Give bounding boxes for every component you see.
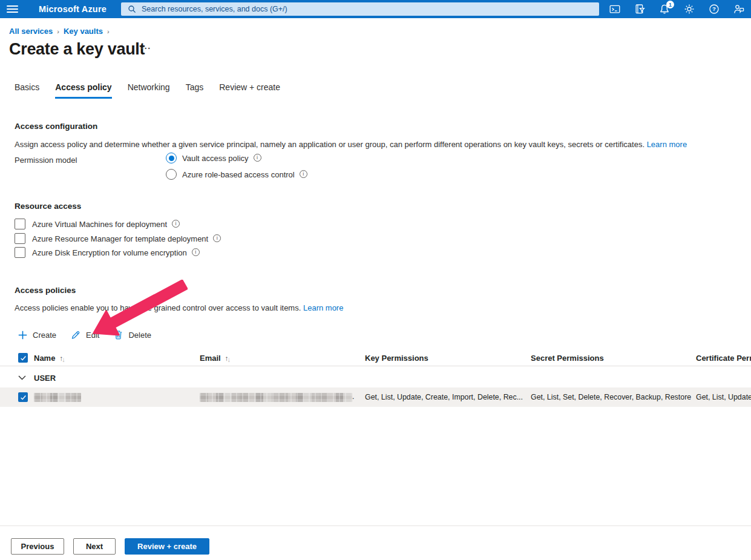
select-all-checkbox[interactable] (18, 353, 28, 363)
access-policies-toolbar: Create Edit Delete (18, 330, 151, 340)
cell-secret-permissions: Get, List, Set, Delete, Recover, Backup,… (531, 393, 696, 401)
redacted-email-blur (200, 393, 352, 402)
help-glyph: ? (712, 5, 716, 12)
column-header-email[interactable]: Email↑↓ (200, 354, 365, 363)
edit-button[interactable]: Edit (71, 330, 99, 340)
checkmark-icon (20, 355, 27, 361)
trash-icon (114, 330, 123, 340)
table-header-row: Name↑↓ Email↑↓ Key Permissions Secret Pe… (0, 350, 751, 366)
learn-more-link[interactable]: Learn more (303, 303, 343, 312)
breadcrumb-separator: › (57, 28, 59, 35)
footer-buttons: Previous Next Review + create (11, 538, 209, 555)
tab-basics[interactable]: Basics (15, 82, 39, 99)
sort-icons: ↑↓ (59, 355, 64, 362)
previous-button[interactable]: Previous (11, 538, 64, 555)
review-create-button[interactable]: Review + create (125, 538, 209, 555)
search-icon (128, 5, 136, 13)
breadcrumb-all-services[interactable]: All services (9, 27, 53, 36)
azure-top-bar: Microsoft Azure Search resources, servic… (0, 0, 751, 18)
breadcrumb-separator: › (107, 28, 110, 35)
checkbox-unchecked-icon[interactable] (15, 233, 25, 244)
row-checkbox[interactable] (18, 392, 28, 402)
search-placeholder: Search resources, services, and docs (G+… (142, 5, 287, 13)
cell-key-permissions: Get, List, Update, Create, Import, Delet… (365, 393, 531, 401)
access-configuration-description: Assign access policy and determine wheth… (15, 140, 687, 149)
learn-more-link[interactable]: Learn more (647, 140, 687, 149)
info-icon[interactable]: i (172, 220, 180, 228)
info-icon[interactable]: i (213, 234, 221, 242)
create-button[interactable]: Create (18, 331, 56, 340)
directory-filter-icon[interactable] (634, 4, 645, 15)
checkbox-arm-template[interactable]: Azure Resource Manager for template depl… (15, 233, 221, 244)
info-icon[interactable]: i (192, 248, 200, 256)
tab-review-create[interactable]: Review + create (219, 82, 280, 99)
permission-model-label: Permission model (15, 156, 77, 165)
page-title: Create a key vault (9, 40, 145, 59)
radio-azure-rbac[interactable]: Azure role-based access control i (166, 168, 307, 181)
info-icon[interactable]: i (300, 170, 307, 178)
topbar-icon-group: 1 ? (609, 0, 744, 18)
notification-count-badge: 1 (666, 1, 674, 8)
column-header-secret-permissions[interactable]: Secret Permissions (531, 354, 696, 363)
cell-certificate-permissions: Get, List, Update (696, 393, 751, 401)
breadcrumb: All services › Key vaults › (9, 27, 110, 36)
sort-icons: ↑↓ (225, 355, 230, 362)
access-policies-description: Access policies enable you to have fine … (15, 303, 343, 312)
chevron-down-icon[interactable] (18, 375, 26, 380)
help-icon[interactable]: ? (709, 4, 720, 15)
tab-access-policy[interactable]: Access policy (55, 82, 111, 99)
checkmark-icon (20, 394, 27, 401)
group-row-user[interactable]: USER (0, 370, 751, 386)
info-icon[interactable]: i (254, 154, 261, 162)
create-key-vault-page: Microsoft Azure Search resources, servic… (0, 0, 751, 560)
tab-tags[interactable]: Tags (186, 82, 204, 99)
access-configuration-heading: Access configuration (15, 122, 97, 131)
settings-gear-icon[interactable] (684, 4, 695, 15)
next-button[interactable]: Next (73, 538, 116, 555)
redacted-name-blur (34, 393, 81, 402)
feedback-person-icon[interactable] (733, 4, 744, 15)
notifications-bell-icon[interactable]: 1 (659, 4, 670, 15)
cell-email-redacted: . (200, 392, 365, 401)
breadcrumb-key-vaults[interactable]: Key vaults (64, 27, 103, 36)
wizard-tabs: Basics Access policy Networking Tags Rev… (15, 82, 280, 99)
radio-selected-icon[interactable] (166, 153, 177, 163)
access-policies-heading: Access policies (15, 286, 76, 295)
table-row[interactable]: . Get, List, Update, Create, Import, Del… (0, 387, 751, 407)
resource-access-heading: Resource access (15, 202, 81, 211)
column-header-name[interactable]: Name↑↓ (34, 354, 200, 363)
delete-button[interactable]: Delete (114, 330, 151, 340)
access-policies-table: Name↑↓ Email↑↓ Key Permissions Secret Pe… (0, 350, 751, 407)
radio-unselected-icon[interactable] (166, 169, 177, 180)
group-label: USER (34, 374, 56, 383)
checkbox-disk-encryption[interactable]: Azure Disk Encryption for volume encrypt… (15, 247, 200, 258)
column-header-key-permissions[interactable]: Key Permissions (365, 354, 531, 363)
plus-icon (18, 331, 27, 340)
checkbox-vm-deployment[interactable]: Azure Virtual Machines for deployment i (15, 219, 180, 229)
column-header-certificate-permissions[interactable]: Certificate Permissions (696, 354, 751, 363)
hamburger-menu-icon[interactable] (7, 5, 18, 13)
checkbox-unchecked-icon[interactable] (15, 219, 25, 229)
radio-vault-access-policy[interactable]: Vault access policy i (166, 151, 307, 165)
permission-model-radio-group: Vault access policy i Azure role-based a… (166, 151, 307, 184)
cell-name-redacted (34, 392, 200, 401)
cloud-shell-icon[interactable] (609, 4, 620, 15)
checkbox-unchecked-icon[interactable] (15, 247, 25, 258)
more-options-ellipsis-icon[interactable]: ··· (141, 44, 151, 53)
tab-networking[interactable]: Networking (128, 82, 170, 99)
pencil-icon (71, 330, 80, 340)
azure-brand[interactable]: Microsoft Azure (39, 4, 107, 14)
footer-divider (0, 525, 751, 526)
global-search-input[interactable]: Search resources, services, and docs (G+… (121, 2, 599, 16)
